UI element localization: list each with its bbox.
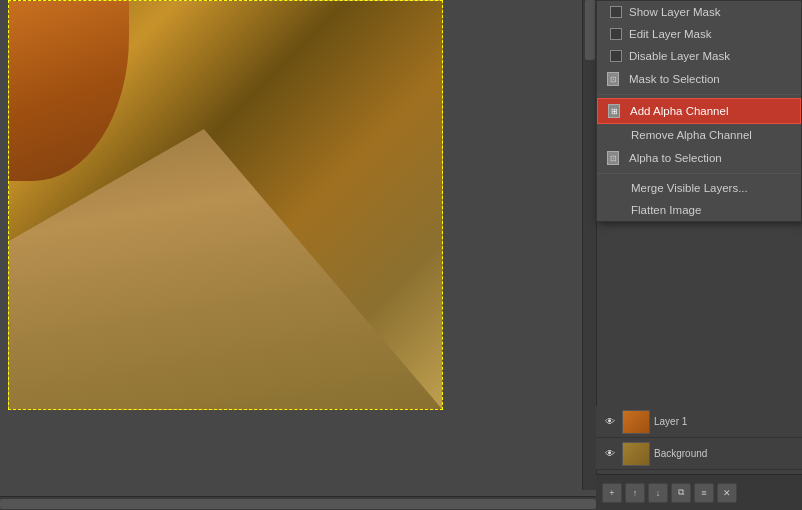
toolbar-btn-down[interactable]: ↓ bbox=[648, 483, 668, 503]
scrollbar-v-thumb[interactable] bbox=[585, 0, 595, 60]
checkbox-disable-layer-mask bbox=[607, 50, 625, 62]
menu-label-remove-alpha-channel: Remove Alpha Channel bbox=[631, 129, 752, 141]
scrollbar-horizontal[interactable] bbox=[0, 496, 596, 510]
toolbar-btn-duplicate[interactable]: ⧉ bbox=[671, 483, 691, 503]
menu-item-remove-alpha-channel[interactable]: Remove Alpha Channel bbox=[597, 124, 801, 146]
menu-item-add-alpha-channel[interactable]: ⊞ Add Alpha Channel bbox=[597, 98, 801, 124]
menu-item-merge-visible-layers[interactable]: Merge Visible Layers... bbox=[597, 177, 801, 199]
icon-add-alpha-channel: ⊞ bbox=[608, 104, 626, 118]
separator-2 bbox=[597, 173, 801, 174]
menu-label-edit-layer-mask: Edit Layer Mask bbox=[629, 28, 711, 40]
canvas-image bbox=[8, 0, 443, 410]
icon-alpha-to-selection: ⊡ bbox=[607, 151, 625, 165]
menu-label-disable-layer-mask: Disable Layer Mask bbox=[629, 50, 730, 62]
menu-item-mask-to-selection[interactable]: ⊡ Mask to Selection bbox=[597, 67, 801, 91]
menu-item-show-layer-mask[interactable]: Show Layer Mask bbox=[597, 1, 801, 23]
menu-label-show-layer-mask: Show Layer Mask bbox=[629, 6, 720, 18]
scrollbar-h-thumb[interactable] bbox=[0, 499, 596, 509]
menu-label-merge-visible-layers: Merge Visible Layers... bbox=[631, 182, 748, 194]
layer-thumb-1 bbox=[622, 410, 650, 434]
toolbar-btn-add[interactable]: + bbox=[602, 483, 622, 503]
layer-row-2[interactable]: 👁 Background bbox=[596, 438, 802, 470]
checkbox-show-layer-mask bbox=[607, 6, 625, 18]
menu-item-alpha-to-selection[interactable]: ⊡ Alpha to Selection bbox=[597, 146, 801, 170]
menu-item-flatten-image[interactable]: Flatten Image bbox=[597, 199, 801, 221]
layer-thumb-2 bbox=[622, 442, 650, 466]
layer-eye-icon-1[interactable]: 👁 bbox=[602, 414, 618, 430]
menu-label-flatten-image: Flatten Image bbox=[631, 204, 701, 216]
layer-eye-icon-2[interactable]: 👁 bbox=[602, 446, 618, 462]
menu-label-alpha-to-selection: Alpha to Selection bbox=[629, 152, 722, 164]
toolbar-btn-delete[interactable]: ✕ bbox=[717, 483, 737, 503]
canvas-area bbox=[0, 0, 596, 510]
layer-name-1: Layer 1 bbox=[654, 416, 796, 427]
separator-1 bbox=[597, 94, 801, 95]
menu-label-mask-to-selection: Mask to Selection bbox=[629, 73, 720, 85]
layers-area: 👁 Layer 1 👁 Background bbox=[596, 406, 802, 470]
menu-item-edit-layer-mask[interactable]: Edit Layer Mask bbox=[597, 23, 801, 45]
menu-label-add-alpha-channel: Add Alpha Channel bbox=[630, 105, 728, 117]
right-panel: ≡ ⊞ Mod Opac Lock: Show Layer Mask Edit … bbox=[596, 0, 802, 510]
menu-item-disable-layer-mask[interactable]: Disable Layer Mask bbox=[597, 45, 801, 67]
toolbar-btn-chain[interactable]: ≡ bbox=[694, 483, 714, 503]
bottom-toolbar: + ↑ ↓ ⧉ ≡ ✕ bbox=[596, 474, 802, 510]
context-menu: Show Layer Mask Edit Layer Mask Disable … bbox=[596, 0, 802, 222]
checkbox-edit-layer-mask bbox=[607, 28, 625, 40]
toolbar-btn-up[interactable]: ↑ bbox=[625, 483, 645, 503]
scrollbar-vertical[interactable] bbox=[582, 0, 596, 490]
layer-row-1[interactable]: 👁 Layer 1 bbox=[596, 406, 802, 438]
icon-mask-to-selection: ⊡ bbox=[607, 72, 625, 86]
layer-name-2: Background bbox=[654, 448, 796, 459]
